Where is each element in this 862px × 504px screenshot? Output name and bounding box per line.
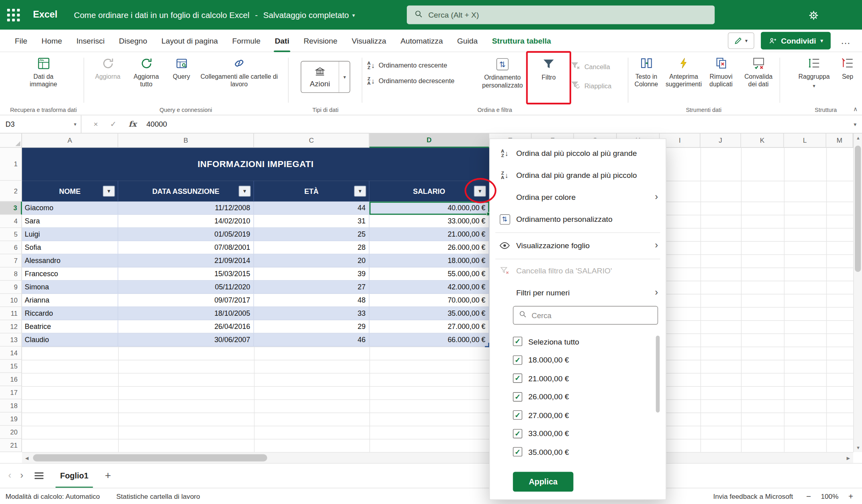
aggiorna-button[interactable]: Aggiorna	[91, 56, 125, 81]
document-title[interactable]: Come ordinare i dati in un foglio di cal…	[74, 10, 250, 19]
cell[interactable]: 07/08/2001	[118, 241, 254, 254]
checkbox-icon[interactable]: ✓	[513, 374, 522, 383]
checkbox-icon[interactable]: ✓	[513, 410, 522, 420]
cell[interactable]: 30/06/2007	[118, 333, 254, 346]
tab-formule[interactable]: Formule	[225, 30, 268, 52]
checkbox-icon[interactable]: ✓	[513, 447, 522, 456]
filter-item-27-000-00[interactable]: ✓27.000,00 €	[513, 406, 655, 424]
cell[interactable]: Luigi	[22, 228, 118, 241]
cell[interactable]: 26/04/2016	[118, 320, 254, 333]
row-header-13[interactable]: 13	[0, 333, 22, 347]
row-header-16[interactable]: 16	[0, 373, 22, 386]
feedback-link[interactable]: Invia feedback a Microsoft	[713, 492, 793, 500]
cell[interactable]: 25	[254, 228, 370, 241]
filter-button-data-assunzione[interactable]: ▾	[238, 186, 250, 197]
cell[interactable]: 33.000,00 €	[370, 215, 490, 227]
cell[interactable]: 66.000,00 €	[370, 333, 490, 346]
cell[interactable]: 11/12/2008	[118, 201, 254, 214]
raggruppa-button[interactable]: Raggruppa ▾	[797, 56, 831, 89]
table-title[interactable]: INFORMAZIONI IMPIEGATI	[22, 148, 489, 181]
confirm-entry-icon[interactable]: ✓	[110, 120, 116, 129]
cell[interactable]: 48	[254, 294, 370, 307]
sheet-list-menu-icon[interactable]	[35, 472, 44, 479]
row-header-4[interactable]: 4	[0, 215, 22, 228]
rimuovi-duplicati-button[interactable]: Rimuovi duplicati	[705, 56, 737, 88]
row-header-10[interactable]: 10	[0, 294, 22, 307]
filter-item-33-000-00[interactable]: ✓33.000,00 €	[513, 424, 655, 443]
cell[interactable]: 05/11/2020	[118, 281, 254, 293]
vertical-scrollbar[interactable]: ▲ ▼	[853, 133, 862, 452]
aggiorna-tutto-button[interactable]: Aggiorna tutto	[127, 56, 165, 88]
row-header-6[interactable]: 6	[0, 241, 22, 254]
cell[interactable]: Beatrice	[22, 320, 118, 333]
convalida-dei-dati-button[interactable]: Convalida dei dati	[740, 56, 778, 88]
collapse-ribbon-icon[interactable]: ∧	[853, 106, 858, 113]
tab-inserisci[interactable]: Inserisci	[69, 30, 112, 52]
row-header-21[interactable]: 21	[0, 439, 22, 452]
column-header-B[interactable]: B	[118, 133, 254, 148]
tab-layout-di-pagina[interactable]: Layout di pagina	[154, 30, 225, 52]
row-header-11[interactable]: 11	[0, 307, 22, 320]
cancella-button[interactable]: Cancella	[571, 61, 612, 73]
cell[interactable]: 26.000,00 €	[370, 241, 490, 254]
horizontal-scroll-thumb[interactable]	[33, 454, 267, 462]
chevron-down-icon[interactable]: ▾	[74, 122, 76, 127]
cell[interactable]: 20	[254, 254, 370, 267]
cell[interactable]: 55.000,00 €	[370, 267, 490, 280]
menu-sheet-view[interactable]: Visualizzazione foglio ›	[490, 235, 666, 257]
add-sheet-button[interactable]: +	[98, 470, 118, 482]
ordinamento-decrescente-button[interactable]: ZA↓ Ordinamento decrescente	[367, 76, 454, 85]
tab-file[interactable]: File	[8, 30, 34, 52]
cell[interactable]: Giacomo	[22, 201, 118, 214]
column-header-J[interactable]: J	[700, 133, 741, 148]
tab-guida[interactable]: Guida	[450, 30, 485, 52]
draw-pen-button[interactable]: ▾	[728, 32, 754, 49]
calc-mode-status[interactable]: Modalità di calcolo: Automatico	[6, 492, 100, 500]
row-header-15[interactable]: 15	[0, 360, 22, 373]
prev-sheet-icon[interactable]: ‹	[4, 470, 15, 481]
table-resize-handle[interactable]	[485, 343, 489, 347]
expand-formula-bar-icon[interactable]: ▾	[854, 121, 856, 127]
cell[interactable]: 01/05/2019	[118, 228, 254, 241]
menu-sort-descending[interactable]: ZA↓ Ordina dal più grande al più piccolo	[490, 164, 666, 186]
filter-item-26-000-00[interactable]: ✓26.000,00 €	[513, 388, 655, 406]
ordinamento-crescente-button[interactable]: AZ↓ Ordinamento crescente	[367, 61, 454, 70]
chevron-down-icon[interactable]: ▾	[339, 62, 350, 92]
apply-filter-button[interactable]: Applica	[513, 472, 573, 492]
cell[interactable]: Sara	[22, 215, 118, 227]
cell[interactable]: Arianna	[22, 294, 118, 307]
cell[interactable]: Francesco	[22, 267, 118, 280]
menu-sort-by-color[interactable]: Ordina per colore ›	[490, 186, 666, 208]
ordinamento-personalizzato-button[interactable]: ⇅ Ordinamento personalizzato	[476, 57, 530, 89]
row-header-17[interactable]: 17	[0, 386, 22, 399]
filter-list-scroll-thumb[interactable]	[656, 336, 660, 412]
zoom-out-button[interactable]: −	[806, 492, 811, 501]
menu-clear-filter[interactable]: Cancella filtro da 'SALARIO'	[490, 261, 666, 281]
separa-button[interactable]: Sep	[833, 56, 862, 81]
zoom-level[interactable]: 100%	[821, 492, 838, 500]
cell[interactable]: 31	[254, 215, 370, 227]
row-header-3[interactable]: 3	[0, 201, 22, 215]
checkbox-icon[interactable]: ✓	[513, 337, 522, 346]
row-header-5[interactable]: 5	[0, 228, 22, 241]
riapplica-button[interactable]: Riapplica	[571, 80, 612, 92]
cell[interactable]: 44	[254, 201, 370, 214]
row-header-12[interactable]: 12	[0, 320, 22, 333]
sheet-tab-foglio1[interactable]: Foglio1	[51, 463, 97, 488]
save-status[interactable]: Salvataggio completato	[263, 10, 349, 19]
cell[interactable]: 27	[254, 281, 370, 293]
tab-visualizza[interactable]: Visualizza	[344, 30, 393, 52]
row-header-9[interactable]: 9	[0, 281, 22, 294]
cell[interactable]: 21/09/2014	[118, 254, 254, 267]
tab-dati[interactable]: Dati	[268, 30, 296, 52]
settings-gear-button[interactable]	[806, 8, 821, 23]
cell[interactable]: 35.000,00 €	[370, 307, 490, 320]
row-header-18[interactable]: 18	[0, 399, 22, 412]
cell[interactable]: 46	[254, 333, 370, 346]
checkbox-icon[interactable]: ✓	[513, 392, 522, 401]
cell[interactable]: 09/07/2017	[118, 294, 254, 307]
filter-item-21-000-00[interactable]: ✓21.000,00 €	[513, 369, 655, 388]
cell[interactable]: 21.000,00 €	[370, 228, 490, 241]
filtro-button[interactable]: Filtro	[530, 57, 567, 82]
anteprima-suggerimenti-button[interactable]: Anteprima suggerimenti	[665, 56, 703, 88]
